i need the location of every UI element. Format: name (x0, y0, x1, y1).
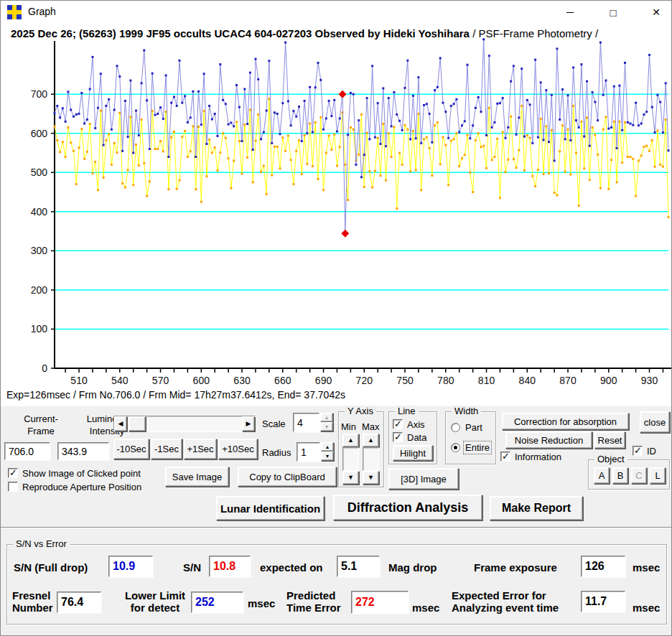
axis-checkbox[interactable] (393, 419, 403, 429)
lower-limit-label: Lower Limitfor detect (121, 589, 189, 614)
show-image-label: Show Image of Clicked point (22, 467, 141, 480)
svg-text:840: 840 (519, 375, 536, 386)
svg-text:540: 540 (111, 375, 129, 386)
scale-down-icon[interactable]: ▼ (320, 422, 333, 431)
diffraction-analysis-button[interactable]: Diffraction Analysis (333, 495, 482, 520)
object-a-button[interactable]: A (594, 467, 610, 484)
radius-down-icon[interactable]: ▼ (321, 452, 334, 461)
y-min-track[interactable] (342, 447, 359, 471)
lower-limit-unit: msec (248, 597, 275, 609)
scrollbar-right-arrow-icon[interactable]: ▶ (242, 416, 255, 431)
svg-text:510: 510 (70, 375, 88, 386)
y-min-up-icon[interactable]: ▲ (342, 434, 359, 447)
lower-limit-field: 252 (191, 591, 243, 613)
svg-text:930: 930 (641, 375, 658, 386)
close-icon[interactable]: ✕ (640, 1, 672, 24)
y-axis-min-label: Min (341, 421, 356, 433)
svg-text:660: 660 (274, 375, 291, 386)
current-frame-field[interactable]: 706.0 (4, 442, 50, 460)
expected-error-field: 11.7 (581, 591, 625, 612)
close-button[interactable]: close (640, 411, 670, 433)
reset-button[interactable]: Reset (594, 431, 625, 449)
object-c-button[interactable]: C (631, 467, 647, 484)
chart-footer: Exp=126msec / Frm No.706.0 / Frm Mid= 17… (6, 389, 345, 401)
mag-drop-field: 5.1 (337, 556, 380, 577)
plus-10sec-button[interactable]: +10Sec (218, 439, 258, 459)
titlebar: Graph ─ □ ✕ (1, 1, 672, 24)
svg-text:630: 630 (233, 375, 251, 386)
y-axis-group-title: Y Axis (345, 406, 376, 416)
maximize-icon[interactable]: □ (597, 1, 630, 24)
correction-for-absorption-button[interactable]: Correction for absorption (502, 413, 629, 430)
svg-text:600: 600 (193, 375, 210, 386)
y-max-down-icon[interactable]: ▼ (363, 471, 379, 485)
predicted-time-error-label: PredictedTime Error (286, 589, 341, 614)
svg-text:720: 720 (356, 375, 373, 386)
save-image-button[interactable]: Save Image (165, 467, 229, 487)
predicted-time-error-field: 272 (351, 591, 409, 614)
entire-radio-label: Entire (464, 441, 491, 454)
3d-image-button[interactable]: [3D] Image (388, 468, 459, 490)
sn-field: 10.8 (209, 556, 251, 577)
information-checkbox[interactable] (500, 452, 510, 462)
frame-exposure-label: Frame exposure (474, 561, 557, 574)
mag-drop-label: Mag drop (388, 561, 437, 574)
sn-full-drop-field: 10.9 (108, 556, 153, 577)
scale-field[interactable]: 4 (293, 413, 319, 432)
y-max-track[interactable] (363, 447, 379, 471)
reproduce-aperture-checkbox[interactable] (8, 482, 18, 492)
scale-up-icon[interactable]: ▲ (320, 413, 333, 422)
lunar-identification-button[interactable]: Lunar Identification (216, 496, 325, 520)
svg-text:0: 0 (42, 363, 47, 374)
scale-label: Scale (262, 418, 286, 430)
frame-exposure-unit: msec (633, 561, 660, 574)
expected-on-label: expected on (260, 561, 323, 574)
luminous-intensity-field[interactable]: 343.9 (57, 442, 109, 460)
scrollbar-left-arrow-icon[interactable]: ◀ (114, 416, 127, 431)
photometry-chart[interactable]: 0100200300400500600700510540570600630660… (1, 24, 672, 386)
minus-10sec-button[interactable]: -10Sec (113, 439, 149, 459)
id-checkbox[interactable] (633, 446, 643, 456)
svg-text:810: 810 (478, 375, 495, 386)
svg-text:100: 100 (31, 323, 48, 335)
expected-error-label: Expected Error forAnalyzing event time (452, 589, 559, 614)
minus-1sec-button[interactable]: -1Sec (151, 439, 182, 459)
svg-text:750: 750 (396, 375, 414, 386)
y-max-up-icon[interactable]: ▲ (363, 434, 379, 447)
svg-text:400: 400 (31, 206, 48, 218)
information-checkbox-label: Information (515, 451, 561, 463)
panel-divider (1, 527, 672, 528)
noise-reduction-button[interactable]: Noise Reduction (505, 431, 592, 449)
minimize-icon[interactable]: ─ (554, 1, 587, 24)
radius-spinner[interactable]: ▲ ▼ (321, 442, 334, 461)
scrollbar-thumb[interactable] (129, 416, 146, 431)
object-group-title: Object (594, 454, 627, 464)
width-group-title: Width (452, 406, 481, 416)
expected-error-unit: msec (633, 602, 660, 614)
entire-radio[interactable] (451, 443, 460, 452)
scale-spinner[interactable]: ▲ ▼ (320, 413, 333, 431)
line-group-title: Line (395, 406, 419, 416)
svg-text:690: 690 (315, 375, 332, 386)
radius-field[interactable]: 1 (297, 442, 320, 462)
make-report-button[interactable]: Make Report (490, 496, 583, 520)
radius-label: Radius (262, 446, 291, 459)
hilight-button[interactable]: Hilight (393, 445, 433, 461)
y-min-down-icon[interactable]: ▼ (342, 471, 359, 485)
width-group: Width (445, 411, 496, 464)
chart-panel: 2025 Dec 26; (56263) 1999 JF95 occults U… (1, 24, 672, 406)
svg-text:600: 600 (31, 128, 48, 139)
current-frame-label: Current-Frame (11, 413, 71, 437)
part-radio[interactable] (451, 423, 460, 432)
sn-vs-error-title: S/N vs Error (13, 538, 70, 549)
axis-checkbox-label: Axis (407, 418, 425, 431)
radius-up-icon[interactable]: ▲ (321, 442, 334, 452)
plus-1sec-button[interactable]: +1Sec (184, 439, 217, 459)
fresnel-number-field: 76.4 (57, 591, 101, 613)
data-checkbox[interactable] (393, 432, 403, 442)
object-b-button[interactable]: B (612, 467, 628, 484)
show-image-checkbox[interactable] (8, 468, 18, 478)
object-l-button[interactable]: L (650, 467, 666, 484)
copy-to-clipboard-button[interactable]: Copy to ClipBoard (238, 467, 337, 487)
reproduce-aperture-label: Reproduce Aperture Position (22, 481, 141, 493)
